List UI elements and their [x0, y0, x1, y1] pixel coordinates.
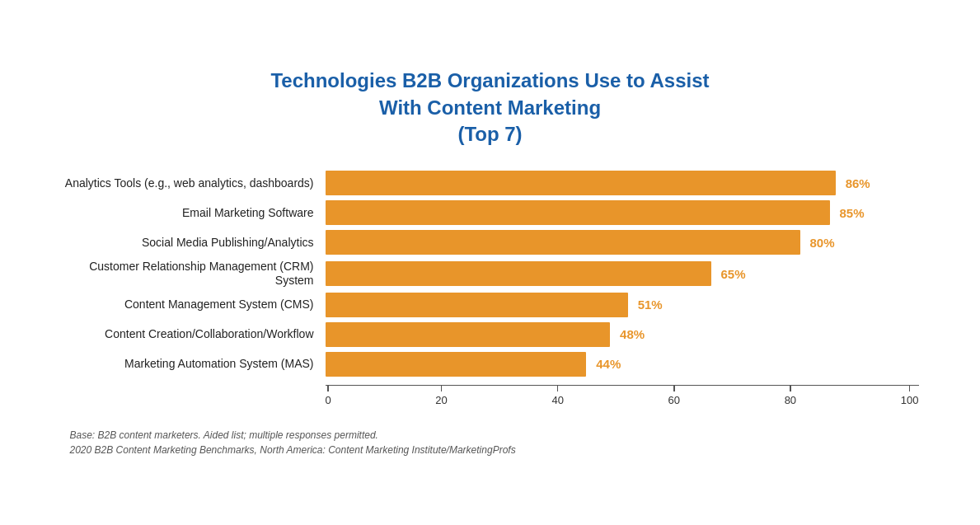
x-tick-line: [673, 386, 675, 391]
x-tick: 40: [551, 386, 563, 406]
bar-value-label: 48%: [620, 327, 645, 341]
bar-row: Content Creation/Collaboration/Workflow4…: [62, 322, 919, 347]
bar-row: Social Media Publishing/Analytics80%: [62, 230, 919, 255]
title-line1: Technologies B2B Organizations Use to As…: [270, 69, 709, 91]
bar: 85%: [326, 200, 830, 225]
bar-row: Email Marketing Software85%: [62, 200, 919, 225]
bar: 44%: [326, 352, 587, 377]
chart-container: Technologies B2B Organizations Use to As…: [37, 51, 944, 474]
bar-label: Social Media Publishing/Analytics: [62, 236, 326, 250]
bar-label: Customer Relationship Management (CRM) S…: [62, 260, 326, 288]
bar-label: Email Marketing Software: [62, 206, 326, 220]
bar-label: Content Creation/Collaboration/Workflow: [62, 327, 326, 341]
chart-title: Technologies B2B Organizations Use to As…: [62, 68, 919, 148]
x-tick: 80: [785, 386, 796, 406]
bar-row: Content Management System (CMS)51%: [62, 293, 919, 317]
bar-area: 65%: [326, 261, 919, 286]
bar: 86%: [326, 171, 836, 195]
bar-row: Analytics Tools (e.g., web analytics, da…: [62, 171, 919, 195]
x-tick: 60: [668, 386, 680, 406]
x-tick-line: [790, 386, 791, 391]
bar-area: 80%: [326, 230, 919, 255]
bar-value-label: 80%: [809, 236, 834, 250]
x-tick-line: [441, 386, 443, 391]
bar-label: Analytics Tools (e.g., web analytics, da…: [62, 176, 326, 190]
bar-value-label: 51%: [638, 298, 663, 312]
footnote-line2: 2020 B2B Content Marketing Benchmarks, N…: [70, 443, 919, 457]
bar-label: Content Management System (CMS): [62, 298, 326, 312]
bar-area: 51%: [326, 293, 919, 317]
x-tick: 20: [435, 386, 447, 406]
x-tick-label: 0: [326, 394, 331, 406]
bar-value-label: 85%: [839, 206, 864, 220]
bar-row: Customer Relationship Management (CRM) S…: [62, 260, 919, 288]
bar-value-label: 44%: [596, 357, 621, 371]
title-line3: (Top 7): [457, 123, 522, 145]
bar: 48%: [326, 322, 611, 347]
x-tick-line: [909, 386, 911, 391]
bar-area: 48%: [326, 322, 919, 347]
x-tick-label: 100: [901, 394, 919, 406]
x-tick-label: 80: [785, 394, 796, 406]
bar-area: 44%: [326, 352, 919, 377]
title-line2: With Content Marketing: [379, 96, 601, 119]
x-tick: 100: [901, 386, 919, 406]
chart-body: Analytics Tools (e.g., web analytics, da…: [62, 171, 919, 382]
bar-label: Marketing Automation System (MAS): [62, 357, 326, 371]
footnote-line1: Base: B2B content marketers. Aided list;…: [70, 428, 919, 443]
bar: 65%: [326, 261, 711, 286]
bar-area: 86%: [326, 171, 919, 195]
x-tick-label: 20: [435, 394, 447, 406]
x-axis-line: 020406080100: [326, 385, 919, 406]
bar-value-label: 86%: [846, 176, 870, 190]
x-tick-line: [327, 386, 329, 391]
bar: 80%: [326, 230, 800, 255]
x-tick-label: 60: [668, 394, 680, 406]
bar-area: 85%: [326, 200, 919, 225]
x-tick: 0: [326, 386, 331, 406]
x-tick-label: 40: [551, 394, 563, 406]
footnote: Base: B2B content marketers. Aided list;…: [70, 428, 919, 457]
bar: 51%: [326, 293, 628, 317]
bar-value-label: 65%: [720, 267, 745, 281]
x-tick-line: [557, 386, 559, 391]
bar-row: Marketing Automation System (MAS)44%: [62, 352, 919, 377]
